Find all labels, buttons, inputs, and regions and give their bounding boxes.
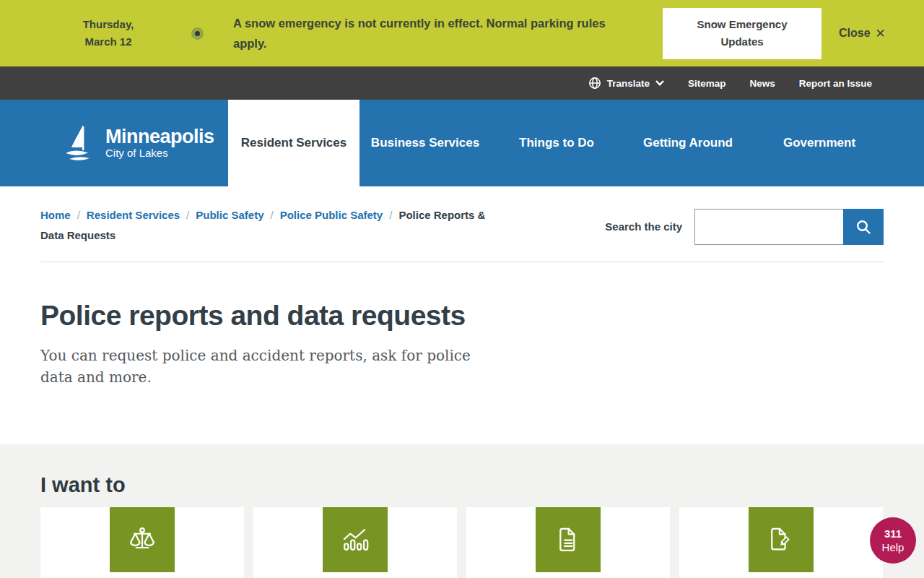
search-icon — [855, 219, 871, 235]
card-document[interactable] — [466, 507, 670, 578]
snow-emergency-updates-button[interactable]: Snow Emergency Updates — [663, 8, 821, 59]
tab-resident-services[interactable]: Resident Services — [228, 100, 359, 186]
tab-business-services[interactable]: Business Services — [359, 100, 491, 186]
banner-date-line1: Thursday, — [82, 16, 135, 33]
search-button[interactable] — [843, 209, 884, 245]
tab-getting-around[interactable]: Getting Around — [622, 100, 754, 186]
breadcrumb-separator: / — [77, 209, 80, 221]
scales-of-justice-icon — [120, 517, 165, 562]
breadcrumb-separator: / — [389, 209, 392, 221]
site-search: Search the city — [605, 207, 884, 246]
nav-tabs: Resident Services Business Services Thin… — [228, 100, 885, 186]
breadcrumb-link-home[interactable]: Home — [40, 209, 71, 221]
breadcrumb-row: Home/Resident Services/Public Safety/Pol… — [0, 186, 924, 246]
help-311-button[interactable]: 311 Help — [870, 517, 916, 564]
card-document-edit[interactable] — [679, 507, 883, 578]
card-icon-tile — [749, 507, 814, 572]
banner-message: A snow emergency is not currently in eff… — [233, 13, 621, 53]
card-scales[interactable] — [40, 507, 244, 578]
utility-link-sitemap[interactable]: Sitemap — [688, 78, 726, 89]
minneapolis-logo[interactable]: Minneapolis City of Lakes — [64, 100, 228, 186]
search-label: Search the city — [605, 220, 682, 233]
breadcrumb: Home/Resident Services/Public Safety/Pol… — [40, 205, 488, 246]
search-input[interactable] — [694, 209, 843, 245]
main-nav: Minneapolis City of Lakes Resident Servi… — [0, 100, 924, 186]
breadcrumb-separator: / — [270, 209, 273, 221]
breadcrumb-separator: / — [186, 209, 189, 221]
logo-text: Minneapolis City of Lakes — [105, 126, 214, 160]
breadcrumb-divider — [40, 262, 884, 262]
snow-alert-banner: Thursday, March 12 A snow emergency is n… — [0, 0, 924, 66]
i-want-to-heading: I want to — [40, 473, 884, 497]
breadcrumb-link-resident-services[interactable]: Resident Services — [87, 209, 180, 221]
card-icon-tile — [323, 507, 388, 572]
sailboat-icon — [64, 124, 97, 163]
card-icon-tile — [110, 507, 175, 572]
banner-date: Thursday, March 12 — [82, 16, 135, 51]
translate-menu[interactable]: Translate — [588, 77, 664, 90]
utility-link-news[interactable]: News — [749, 78, 775, 89]
chevron-down-icon — [655, 80, 664, 86]
utility-bar: Translate Sitemap News Report an Issue — [0, 66, 924, 100]
page-intro: You can request police and accident repo… — [40, 345, 506, 388]
document-edit-icon — [759, 517, 803, 562]
close-icon: ✕ — [876, 26, 886, 41]
globe-icon — [588, 77, 601, 90]
banner-close-button[interactable]: Close ✕ — [839, 26, 886, 41]
help-311-label: Help — [870, 540, 916, 554]
i-want-to-cards — [40, 507, 884, 578]
utility-link-report-an-issue[interactable]: Report an Issue — [799, 78, 872, 89]
card-chart[interactable] — [253, 507, 457, 578]
page-title: Police reports and data requests — [40, 300, 884, 332]
i-want-to-section: I want to — [0, 444, 924, 578]
banner-date-line2: March 12 — [82, 33, 135, 51]
help-311-number: 311 — [870, 527, 916, 540]
breadcrumb-link-police-public-safety[interactable]: Police Public Safety — [280, 209, 383, 221]
logo-title: Minneapolis — [105, 126, 214, 147]
document-icon — [546, 517, 590, 562]
banner-close-label: Close — [839, 27, 871, 40]
card-icon-tile — [536, 507, 601, 572]
tab-government[interactable]: Government — [754, 100, 885, 186]
translate-label: Translate — [607, 78, 650, 89]
logo-subtitle: City of Lakes — [105, 147, 214, 160]
snow-status-dot-icon — [191, 27, 204, 40]
breadcrumb-link-public-safety[interactable]: Public Safety — [196, 209, 263, 221]
bar-line-chart-icon — [333, 517, 378, 562]
tab-things-to-do[interactable]: Things to Do — [491, 100, 622, 186]
